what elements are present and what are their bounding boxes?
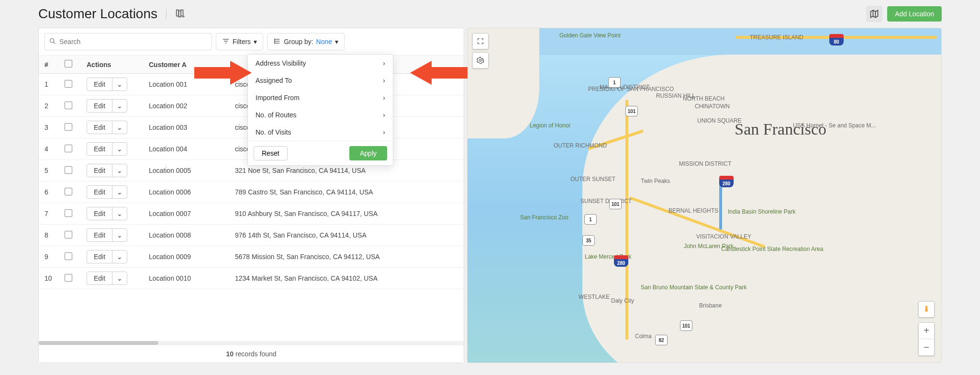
edit-button[interactable]: Edit⌄: [87, 99, 127, 113]
chevron-down-icon: ▾: [254, 38, 257, 45]
filters-button[interactable]: Filters ▾: [216, 33, 263, 50]
route-shield: 1: [608, 77, 621, 88]
chevron-down-icon[interactable]: ⌄: [112, 272, 127, 284]
edit-button[interactable]: Edit⌄: [87, 164, 127, 177]
annotation-arrow-left: [194, 58, 252, 89]
row-checkbox[interactable]: [65, 209, 72, 217]
edit-label: Edit: [87, 207, 112, 220]
map-panel[interactable]: San Francisco Golden Gate View PointLegi…: [467, 28, 942, 363]
col-num[interactable]: #: [39, 56, 59, 74]
filters-label: Filters: [233, 38, 251, 45]
map-place-label: WESTLAKE: [579, 294, 610, 300]
map-controls-top-left: [472, 33, 489, 68]
groupby-button[interactable]: Group by: None ▾: [267, 33, 345, 50]
row-checkbox[interactable]: [65, 166, 72, 174]
col-actions[interactable]: Actions: [81, 56, 143, 74]
edit-label: Edit: [87, 100, 112, 112]
row-checkbox[interactable]: [65, 80, 72, 88]
edit-label: Edit: [87, 121, 112, 134]
map-place-label: TREASURE ISLAND: [750, 34, 803, 41]
edit-button[interactable]: Edit⌄: [87, 121, 127, 134]
cell-address: 1234 Market St, San Francisco, CA 94102,…: [229, 268, 464, 289]
edit-button[interactable]: Edit⌄: [87, 142, 127, 156]
map-settings-icon[interactable]: [175, 8, 186, 20]
table-row[interactable]: 10Edit⌄Location 00101234 Market St, San …: [39, 268, 464, 289]
apply-button[interactable]: Apply: [349, 146, 387, 160]
edit-button[interactable]: Edit⌄: [87, 228, 127, 242]
chevron-down-icon[interactable]: ⌄: [112, 121, 127, 134]
chevron-right-icon: ›: [383, 59, 385, 67]
table-row[interactable]: 7Edit⌄Location 0007910 Ashbury St, San F…: [39, 203, 464, 225]
reset-button[interactable]: Reset: [254, 146, 288, 160]
edit-label: Edit: [87, 250, 112, 263]
cell-customer: Location 002: [143, 95, 229, 117]
row-checkbox[interactable]: [65, 145, 72, 152]
cell-num: 1: [39, 74, 59, 95]
chevron-down-icon[interactable]: ⌄: [112, 164, 127, 177]
annotation-arrow-right: [410, 58, 468, 89]
fullscreen-button[interactable]: [472, 33, 489, 49]
filter-option[interactable]: No. of Routes›: [248, 106, 393, 124]
map-poi-label: Golden Gate View Point: [559, 32, 621, 39]
filter-option[interactable]: Address Visibility›: [248, 55, 393, 72]
filter-option[interactable]: No. of Visits›: [248, 124, 393, 141]
search-input[interactable]: [59, 38, 208, 45]
chevron-right-icon: ›: [383, 94, 385, 102]
map-place-label: BERNAL HEIGHTS: [668, 207, 718, 214]
horizontal-scrollbar[interactable]: [39, 341, 464, 345]
cell-address: 910 Ashbury St, San Francisco, CA 94117,…: [229, 203, 464, 225]
table-row[interactable]: 6Edit⌄Location 0006789 Castro St, San Fr…: [39, 182, 464, 203]
cell-num: 8: [39, 225, 59, 246]
filter-option-label: Assigned To: [256, 77, 292, 84]
row-checkbox[interactable]: [65, 252, 72, 260]
zoom-in-button[interactable]: +: [919, 323, 934, 339]
zoom-control: + −: [918, 322, 935, 356]
cell-address: 789 Castro St, San Francisco, CA 94114, …: [229, 182, 464, 203]
search-box[interactable]: [45, 33, 212, 50]
route-shield: 280: [719, 176, 734, 187]
title-divider: [166, 9, 167, 19]
row-checkbox[interactable]: [65, 188, 72, 195]
map-place-label: Daly City: [611, 297, 634, 304]
map-place-label: UNION SQUARE: [697, 117, 742, 124]
chevron-down-icon[interactable]: ⌄: [112, 250, 127, 263]
map-poi-label: San Francisco Zoo: [520, 214, 568, 221]
row-checkbox[interactable]: [65, 102, 72, 109]
chevron-down-icon: ▾: [335, 38, 338, 45]
cell-num: 3: [39, 117, 59, 138]
chevron-down-icon[interactable]: ⌄: [112, 207, 127, 220]
map-toggle-button[interactable]: [866, 6, 882, 22]
table-row[interactable]: 9Edit⌄Location 00095678 Mission St, San …: [39, 246, 464, 268]
filter-option-label: No. of Routes: [256, 111, 297, 119]
row-checkbox[interactable]: [65, 231, 72, 239]
edit-button[interactable]: Edit⌄: [87, 185, 127, 199]
edit-button[interactable]: Edit⌄: [87, 207, 127, 220]
svg-point-18: [479, 59, 481, 61]
map-place-label: PRESIDIO OF SAN FRANCISCO: [588, 86, 674, 92]
edit-label: Edit: [87, 143, 112, 155]
chevron-down-icon[interactable]: ⌄: [112, 229, 127, 241]
filter-option[interactable]: Assigned To›: [248, 72, 393, 89]
row-checkbox[interactable]: [65, 123, 72, 131]
svg-rect-20: [925, 308, 928, 312]
col-select[interactable]: [59, 56, 81, 74]
edit-button[interactable]: Edit⌄: [87, 78, 127, 91]
filter-option[interactable]: Imported From›: [248, 89, 393, 106]
table-row[interactable]: 8Edit⌄Location 0008976 14th St, San Fran…: [39, 225, 464, 246]
streetview-pegman[interactable]: [918, 301, 935, 318]
map-poi-label: Legion of Honor: [530, 122, 570, 129]
chevron-down-icon[interactable]: ⌄: [112, 186, 127, 198]
edit-button[interactable]: Edit⌄: [87, 250, 127, 263]
edit-button[interactable]: Edit⌄: [87, 272, 127, 285]
add-location-button[interactable]: Add Location: [887, 6, 942, 22]
map-settings-button[interactable]: [472, 52, 489, 68]
chevron-down-icon[interactable]: ⌄: [112, 143, 127, 155]
select-all-checkbox[interactable]: [65, 60, 72, 68]
chevron-down-icon[interactable]: ⌄: [112, 78, 127, 91]
list-toolbar: Filters ▾ Group by: None ▾ Address Visib…: [39, 28, 464, 56]
chevron-down-icon[interactable]: ⌄: [112, 100, 127, 112]
groupby-icon: [273, 37, 281, 46]
row-checkbox[interactable]: [65, 274, 72, 282]
zoom-out-button[interactable]: −: [919, 339, 934, 355]
route-shield: 101: [680, 320, 692, 331]
